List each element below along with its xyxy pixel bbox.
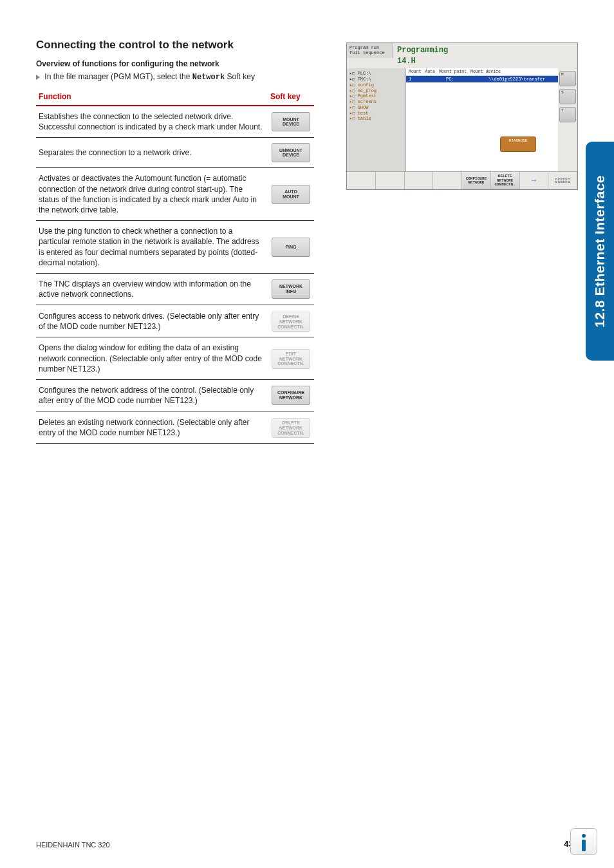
instruction-post: Soft key — [225, 72, 255, 81]
ss-side-button[interactable]: T — [559, 107, 576, 122]
instruction-keyword: Network — [192, 73, 225, 82]
softkey-cell: PING — [268, 221, 314, 274]
softkey-cell: EDIT NETWORK CONNECTN. — [268, 337, 314, 380]
table-row: The TNC displays an overview window with… — [36, 273, 314, 305]
tree-item[interactable]: ▸▢ test — [349, 111, 403, 117]
ss-row-auto — [431, 77, 442, 82]
softkey-cell: CONFIGURE NETWORK — [268, 379, 314, 411]
ss-row-device: \\de01pc5223\transfer — [488, 77, 555, 82]
ss-title: Programming — [393, 43, 577, 58]
softkey-button[interactable]: DELETE NETWORK CONNECTN. — [272, 418, 310, 438]
tree-item[interactable]: ▸▢ PLC:\ — [349, 71, 403, 77]
softkey-button[interactable]: MOUNT DEVICE — [272, 112, 310, 131]
ss-softkey-delete[interactable]: DELETE NETWORK CONNECTN. — [491, 172, 520, 189]
triangle-bullet-icon — [36, 75, 40, 80]
function-description: Configures the network address of the co… — [36, 379, 268, 411]
ss-selected-row: 1 PC: \\de01pc5223\transfer — [406, 76, 558, 82]
softkey-button[interactable]: NETWORK INFO — [272, 279, 310, 299]
tree-item[interactable]: ▸▢ Pgmtest — [349, 93, 403, 99]
ss-softkey-arrow[interactable]: ⟶ — [520, 172, 549, 189]
ss-subtitle: 14.H — [347, 57, 577, 68]
chapter-tab: 12.8 Ethernet Interface — [586, 142, 614, 361]
softkey-cell: NETWORK INFO — [268, 273, 314, 305]
ss-softkey-empty — [376, 172, 405, 189]
functions-table: Function Soft key Establishes the connec… — [36, 88, 314, 444]
function-description: Opens the dialog window for editing the … — [36, 337, 268, 380]
ss-mode: Program run full sequence — [347, 43, 393, 58]
tree-item[interactable]: ▸▢ TNC:\ — [349, 77, 403, 82]
softkey-cell: AUTO MOUNT — [268, 168, 314, 221]
tree-item[interactable]: ▸▢ screens — [349, 99, 403, 105]
chapter-tab-text: 12.8 Ethernet Interface — [592, 175, 608, 328]
ss-main-panel: MountAutoMount pointMount device 1 PC: \… — [406, 68, 558, 171]
section-title: Connecting the control to the network — [36, 39, 314, 52]
ss-mode-l2: full sequence — [349, 51, 390, 56]
subheading: Overview of functions for configuring th… — [36, 59, 314, 68]
page-footer: HEIDENHAIN TNC 320 433 — [36, 839, 578, 849]
function-description: Separates the connection to a network dr… — [36, 138, 268, 168]
cnc-screenshot: Program run full sequence Programming 14… — [346, 42, 578, 190]
softkey-cell: MOUNT DEVICE — [268, 106, 314, 138]
ss-softkey-empty — [405, 172, 434, 189]
ss-column-headers: MountAutoMount pointMount device — [406, 68, 558, 76]
softkey-button[interactable]: UNMOUNT DEVICE — [272, 143, 310, 162]
ss-row-point: PC: — [446, 77, 485, 82]
softkey-cell: DELETE NETWORK CONNECTN. — [268, 411, 314, 444]
ss-softkey-configure[interactable]: CONFIGURE NETWORK — [462, 172, 491, 189]
ss-row-mount: 1 — [409, 77, 427, 82]
table-row: Separates the connection to a network dr… — [36, 138, 314, 168]
table-row: Use the ping function to check whether a… — [36, 221, 314, 274]
softkey-cell: DEFINE NETWORK CONNECTN. — [268, 305, 314, 337]
table-row: Configures access to network drives. (Se… — [36, 305, 314, 337]
function-description: The TNC displays an overview window with… — [36, 273, 268, 305]
column-header: Mount device — [470, 70, 501, 74]
function-description: Deletes an existing network connection. … — [36, 411, 268, 444]
info-icon[interactable] — [570, 828, 597, 855]
function-description: Activates or deactivates the Automount f… — [36, 168, 268, 221]
softkey-button[interactable]: DEFINE NETWORK CONNECTN. — [272, 312, 310, 332]
column-header: Mount — [409, 70, 422, 74]
ss-softkey-pager[interactable] — [548, 172, 577, 189]
tree-item[interactable]: ▸▢ nc_prog — [349, 88, 403, 94]
function-description: Configures access to network drives. (Se… — [36, 305, 268, 337]
ss-diagnose-button[interactable]: DIAGNOSE — [500, 137, 536, 152]
table-row: Opens the dialog window for editing the … — [36, 337, 314, 380]
ss-side-button[interactable]: S — [559, 89, 576, 104]
col-function: Function — [36, 88, 268, 106]
col-softkey: Soft key — [268, 88, 314, 106]
column-header: Auto — [425, 70, 436, 74]
table-row: Activates or deactivates the Automount f… — [36, 168, 314, 221]
softkey-button[interactable]: AUTO MOUNT — [272, 185, 310, 204]
tree-item[interactable]: ▸▢ SHOW — [349, 105, 403, 111]
ss-softkey-row: CONFIGURE NETWORKDELETE NETWORK CONNECTN… — [347, 171, 577, 189]
table-row: Establishes the connection to the select… — [36, 106, 314, 138]
function-description: Establishes the connection to the select… — [36, 106, 268, 138]
softkey-cell: UNMOUNT DEVICE — [268, 138, 314, 168]
softkey-button[interactable]: EDIT NETWORK CONNECTN. — [272, 349, 310, 369]
tree-item[interactable]: ▸▢ table — [349, 116, 403, 122]
instruction-pre: In the file manager (PGM MGT), select th… — [44, 72, 192, 81]
ss-file-tree: ▸▢ PLC:\▸▢ TNC:\▸▢ config▸▢ nc_prog▸▢ Pg… — [347, 68, 406, 171]
function-description: Use the ping function to check whether a… — [36, 221, 268, 274]
ss-softkey-empty — [433, 172, 462, 189]
column-header: Mount point — [439, 70, 467, 74]
ss-side-button[interactable]: M — [559, 71, 576, 86]
instruction-line: In the file manager (PGM MGT), select th… — [36, 72, 314, 82]
ss-sidebar: MST — [558, 68, 577, 171]
ss-softkey-empty — [347, 172, 376, 189]
softkey-button[interactable]: CONFIGURE NETWORK — [272, 386, 310, 405]
footer-product: HEIDENHAIN TNC 320 — [36, 841, 110, 849]
tree-item[interactable]: ▸▢ config — [349, 82, 403, 88]
softkey-button[interactable]: PING — [272, 238, 310, 257]
table-row: Deletes an existing network connection. … — [36, 411, 314, 444]
table-row: Configures the network address of the co… — [36, 379, 314, 411]
